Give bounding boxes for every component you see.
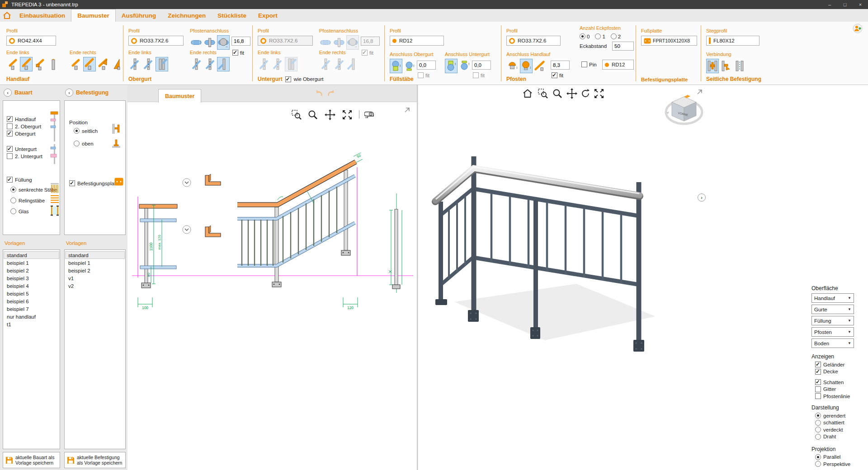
obergurt-ende-rechts-option-3[interactable] <box>217 57 230 71</box>
handlauf-ende-links-option-1[interactable] <box>6 57 19 71</box>
schattiert-radio[interactable] <box>815 420 821 426</box>
list-item[interactable]: beispiel 4 <box>4 282 59 290</box>
anschluss-obergurt-option-1[interactable]: ↕ <box>390 59 402 73</box>
bauart-obergurt2-checkbox[interactable] <box>7 123 13 129</box>
parallel-radio[interactable] <box>815 454 821 460</box>
bauart-obergurt-checkbox[interactable] <box>7 131 13 136</box>
bauart-untergurt-checkbox[interactable] <box>7 146 13 152</box>
handlauf-profil-field[interactable]: RO42.4X4 <box>6 36 56 46</box>
anschluss-obergurt-option-2[interactable]: ↕ <box>403 59 416 73</box>
list-item[interactable]: beispiel 6 <box>4 297 59 305</box>
handlauf-ende-rechts-option-4[interactable] <box>110 57 123 71</box>
collapse-detail-2-button[interactable] <box>183 226 191 234</box>
list-item[interactable]: beispiel 2 <box>4 267 59 274</box>
list-item[interactable]: beispiel 3 <box>4 274 59 282</box>
undo-button[interactable] <box>314 88 325 99</box>
oberflaeche-boden-dropdown[interactable]: Boden ▼ <box>811 338 854 348</box>
list-item[interactable]: beispiel 5 <box>4 290 59 297</box>
obergurt-profil-field[interactable]: RO33.7X2.6 <box>128 36 184 46</box>
view3d-pan-button[interactable] <box>566 88 577 99</box>
eckpfosten-1-radio[interactable] <box>595 33 601 39</box>
view3d-zoom-fit-button[interactable] <box>594 88 604 99</box>
schatten-checkbox[interactable] <box>815 379 821 385</box>
view3d-rotate-button[interactable] <box>580 88 591 99</box>
collapse-detail-1-button[interactable] <box>183 179 191 187</box>
gerendert-radio[interactable] <box>815 413 821 418</box>
list-item[interactable]: v2 <box>65 282 125 290</box>
glas-radio[interactable] <box>10 208 16 214</box>
obergurt-pfostenanschluss-option-2[interactable]: ↔ <box>203 35 216 50</box>
untergurt-profil-field[interactable]: RO33.7X2.6 <box>258 36 313 46</box>
handlauf-ende-links-option-4[interactable] <box>47 57 60 71</box>
verdeckt-radio[interactable] <box>815 427 821 432</box>
handlauf-ende-links-option-2[interactable] <box>20 57 33 71</box>
drawing-2d-view[interactable]: Baumuster <box>127 85 417 470</box>
anschluss-handlauf-option-1[interactable]: ↕ <box>506 59 519 73</box>
senkrechte-staebe-radio[interactable] <box>10 187 16 193</box>
verbindung-option-1[interactable] <box>706 59 719 73</box>
untergurt-ende-rechts-option-3[interactable] <box>346 57 359 71</box>
untergurt-ende-rechts-option-1[interactable] <box>319 57 332 71</box>
untergurt-ende-links-option-3[interactable] <box>285 57 297 71</box>
anschluss-untergurt-option-2[interactable]: ↕ <box>458 59 471 73</box>
gitter-checkbox[interactable] <box>815 386 821 392</box>
verbindung-option-3[interactable] <box>733 59 746 73</box>
pin-checkbox[interactable] <box>581 61 587 67</box>
obergurt-ende-links-option-3[interactable] <box>156 57 168 71</box>
view3d-home-button[interactable] <box>522 88 533 99</box>
anschluss-untergurt-fit-checkbox[interactable] <box>473 72 479 78</box>
list-item[interactable]: standard <box>4 251 59 259</box>
untergurt-ende-rechts-option-2[interactable] <box>333 57 345 71</box>
relingstaebe-radio[interactable] <box>10 197 16 203</box>
oberflaeche-handlauf-dropdown[interactable]: Handlauf ▼ <box>811 293 854 303</box>
list-item[interactable]: nur handlauf <box>4 313 59 320</box>
fuellstaebe-profil-field[interactable]: RD12 <box>390 36 444 46</box>
stegprofil-field[interactable]: FL80X12 <box>706 36 760 46</box>
navigation-cube[interactable]: VORNE <box>665 93 703 130</box>
tab-einbausituation[interactable]: Einbausituation <box>14 9 71 22</box>
wie-obergurt-checkbox[interactable] <box>285 76 291 82</box>
view-3d[interactable]: VORNE › <box>418 85 868 470</box>
tab-baumuster[interactable]: Baumuster <box>71 9 116 22</box>
handlauf-ende-rechts-option-3[interactable] <box>97 57 109 71</box>
view-splitter[interactable] <box>417 85 418 470</box>
list-item[interactable]: beispiel 2 <box>65 267 125 274</box>
pin-profil-field[interactable]: RD12 <box>602 60 634 70</box>
handlauf-ende-rechts-option-2[interactable] <box>83 57 96 71</box>
position-oben-radio[interactable] <box>74 141 80 146</box>
list-item[interactable]: beispiel 1 <box>4 259 59 267</box>
eckpfosten-2-radio[interactable] <box>611 33 617 39</box>
befestigungsplatte-checkbox[interactable] <box>69 180 75 186</box>
anschluss-untergurt-input[interactable] <box>472 61 491 70</box>
eckpfosten-0-radio[interactable] <box>580 33 585 39</box>
tab-stueckliste[interactable]: Stückliste <box>212 9 252 22</box>
obergurt-ende-rechts-option-1[interactable] <box>190 57 203 71</box>
tab-ausfuehrung[interactable]: Ausführung <box>116 9 162 22</box>
oberflaeche-gurte-dropdown[interactable]: Gurte ▼ <box>811 305 854 314</box>
decke-checkbox[interactable] <box>815 369 821 375</box>
untergurt-fit-checkbox[interactable] <box>362 50 368 56</box>
collapse-befestigung-button[interactable]: ‹ <box>65 89 73 97</box>
perspektive-radio[interactable] <box>815 461 821 467</box>
anschluss-obergurt-fit-checkbox[interactable] <box>418 72 424 78</box>
untergurt-pfostenanschluss-input[interactable] <box>361 37 380 46</box>
tab-export[interactable]: Export <box>252 9 283 22</box>
obergurt-pfostenanschluss-option-3[interactable]: ↔ <box>217 35 230 50</box>
list-item[interactable]: t1 <box>4 320 59 328</box>
oberflaeche-fuellung-dropdown[interactable]: Füllung ▼ <box>811 316 854 325</box>
view3d-zoom-button[interactable] <box>552 88 563 99</box>
untergurt-pfostenanschluss-option-3[interactable]: ↔ <box>346 35 359 50</box>
obergurt-pfostenanschluss-option-1[interactable] <box>190 35 203 50</box>
gelaender-checkbox[interactable] <box>815 362 821 367</box>
bauart-fuellung-checkbox[interactable] <box>7 177 13 183</box>
maximize-button[interactable]: □ <box>837 0 853 9</box>
obergurt-fit-checkbox[interactable] <box>232 50 238 56</box>
tab-zeichnungen[interactable]: Zeichnungen <box>162 9 212 22</box>
anschluss-obergurt-input[interactable] <box>417 61 436 70</box>
redo-button[interactable] <box>326 88 336 99</box>
anschluss-untergurt-option-1[interactable]: ↕ <box>445 59 458 73</box>
position-seitlich-radio[interactable] <box>74 128 80 134</box>
pfosten-profil-field[interactable]: RO33.7X2.6 <box>506 36 561 46</box>
draht-radio[interactable] <box>815 434 821 440</box>
minimize-button[interactable]: – <box>822 0 837 9</box>
